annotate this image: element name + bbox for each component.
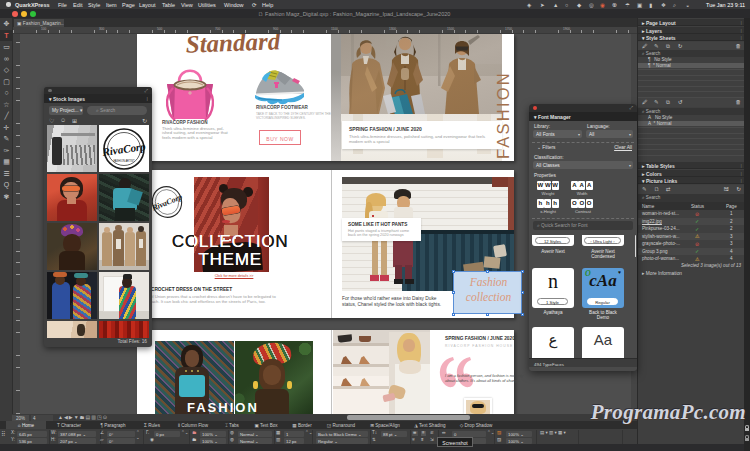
svg-text:Standard: Standard	[185, 34, 281, 58]
svg-text:RivaCorp: RivaCorp	[101, 139, 147, 157]
svg-text:RivaCorp: RivaCorp	[150, 192, 184, 213]
svg-text:FASHION ARTIST: FASHION ARTIST	[113, 159, 135, 163]
